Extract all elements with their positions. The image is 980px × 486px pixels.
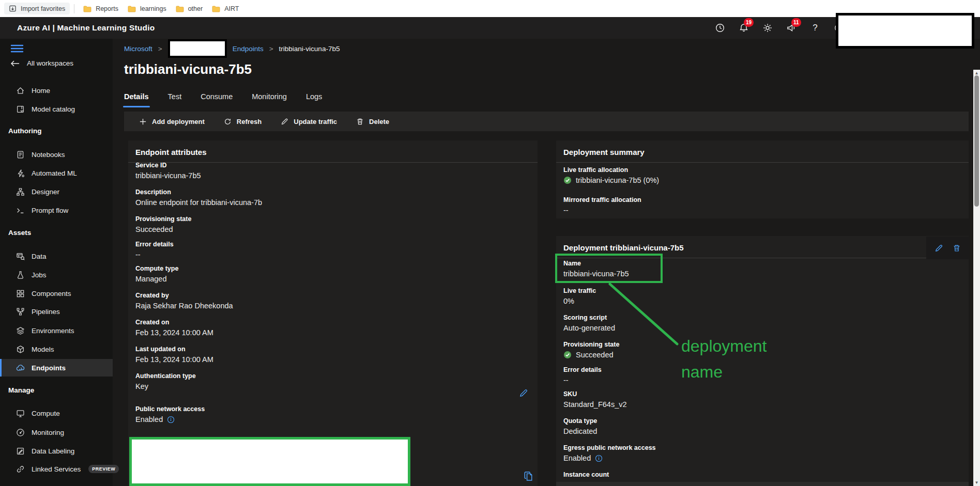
field-compute-type: Compute type Managed: [135, 265, 178, 283]
import-favorites-button[interactable]: Import favorites: [4, 3, 70, 14]
notifications-bell-icon[interactable]: 19: [738, 22, 749, 34]
field-mirrored-traffic-allocation: Mirrored traffic allocation --: [563, 196, 641, 214]
field-value: Key: [135, 382, 148, 390]
field-label: Last updated on: [135, 346, 213, 353]
sidebar-item-compute[interactable]: Compute: [0, 404, 113, 422]
sidebar-item-components[interactable]: Components: [0, 285, 113, 302]
field-value: Raja Sekhar Rao Dheekonda: [135, 302, 233, 310]
sidebar-item-designer[interactable]: Designer: [0, 183, 113, 200]
redacted-region: [168, 39, 227, 58]
sidebar-item-data-labeling[interactable]: Data Labeling: [0, 442, 113, 460]
tab-test[interactable]: Test: [168, 92, 182, 107]
field-label: Error details: [135, 241, 174, 248]
info-icon[interactable]: [167, 416, 175, 424]
all-workspaces-back[interactable]: All workspaces: [10, 59, 73, 67]
import-favorites-icon: [9, 5, 17, 12]
field-label: Created on: [135, 319, 213, 326]
help-icon[interactable]: ?: [809, 22, 821, 34]
bookmark-folder-reports[interactable]: Reports: [79, 3, 123, 14]
update-traffic-button[interactable]: Update traffic: [281, 118, 337, 126]
sidebar-item-jobs[interactable]: Jobs: [0, 266, 113, 284]
edit-deployment-pencil-icon[interactable]: [935, 244, 943, 253]
horizontal-scrollbar-track[interactable]: [556, 482, 969, 486]
sidebar-item-linked-services[interactable]: Linked Services PREVIEW: [0, 460, 113, 478]
sidebar-item-pipelines[interactable]: Pipelines: [0, 303, 113, 320]
sidebar-item-label: Automated ML: [32, 169, 77, 177]
add-deployment-button[interactable]: Add deployment: [139, 118, 205, 126]
environments-icon: [16, 326, 25, 335]
sidebar-item-data[interactable]: Data: [0, 247, 113, 265]
tab-monitoring[interactable]: Monitoring: [252, 92, 287, 107]
designer-icon: [16, 187, 25, 196]
sidebar-item-monitoring[interactable]: Monitoring: [0, 424, 113, 441]
field-provisioning-state: Provisioning state Succeeded: [135, 215, 191, 233]
field-label: Egress public network access: [563, 444, 656, 451]
field-error-details: Error details --: [135, 241, 174, 259]
field-value: Managed: [135, 275, 166, 283]
endpoints-cloud-icon: [16, 364, 25, 372]
field-label: Live traffic allocation: [563, 166, 659, 174]
field-label: Quota type: [563, 417, 597, 425]
scrollbar-up-arrow[interactable]: ▲: [973, 71, 980, 75]
browser-bookmarks-bar: Import favorites Reports learnings other…: [0, 0, 980, 17]
settings-gear-icon[interactable]: [762, 22, 773, 34]
tab-details[interactable]: Details: [124, 92, 149, 107]
chevron-right-icon: >: [158, 45, 162, 53]
sidebar-item-model-catalog[interactable]: Model catalog: [0, 100, 113, 118]
sidebar-item-label: Environments: [32, 327, 74, 335]
deployment-card-actions: [926, 237, 969, 259]
breadcrumb-endpoints-link[interactable]: Endpoints: [233, 45, 264, 53]
scrollbar-down-arrow[interactable]: ▼: [973, 480, 980, 485]
delete-deployment-trash-icon[interactable]: [953, 244, 961, 253]
preview-badge: PREVIEW: [88, 465, 119, 473]
sidebar-item-label: Data: [32, 253, 47, 260]
annotation-text: deployment name: [681, 333, 767, 385]
announcements-megaphone-icon[interactable]: 11: [786, 22, 797, 34]
sidebar-item-label: Models: [32, 346, 54, 353]
sidebar-item-label: Endpoints: [32, 364, 66, 372]
bookmark-folder-learnings[interactable]: learnings: [123, 3, 171, 14]
field-value: --: [563, 376, 569, 384]
all-workspaces-label: All workspaces: [27, 59, 73, 67]
tab-consume[interactable]: Consume: [201, 92, 233, 107]
field-label: Mirrored traffic allocation: [563, 196, 641, 203]
sidebar-item-notebooks[interactable]: Notebooks: [0, 146, 113, 163]
sidebar-item-automated-ml[interactable]: Automated ML: [0, 164, 113, 182]
scrollbar-thumb[interactable]: [974, 75, 979, 207]
clock-icon[interactable]: [714, 22, 726, 34]
header-icon-row: 19 11 ?: [714, 17, 845, 39]
prompt-flow-icon: [16, 206, 25, 215]
components-icon: [16, 289, 25, 298]
card-title: Endpoint attributes: [128, 140, 538, 163]
refresh-button[interactable]: Refresh: [224, 118, 262, 126]
breadcrumb-microsoft-link[interactable]: Microsoft: [124, 45, 152, 53]
info-icon[interactable]: [595, 454, 603, 462]
field-service-id: Service ID tribbiani-vicuna-7b5: [135, 162, 201, 180]
sidebar-item-prompt-flow[interactable]: Prompt flow: [0, 201, 113, 219]
endpoint-attributes-card: Endpoint attributes Service ID tribbiani…: [128, 140, 538, 486]
vertical-scrollbar[interactable]: ▲ ▼: [973, 70, 980, 486]
sidebar-item-models[interactable]: Models: [0, 340, 113, 358]
home-icon: [16, 86, 25, 95]
data-icon: [16, 252, 25, 261]
sidebar-item-environments[interactable]: Environments: [0, 322, 113, 339]
sidebar-item-label: Linked Services: [32, 465, 81, 473]
delete-button[interactable]: Delete: [356, 118, 389, 126]
hamburger-menu-icon[interactable]: [10, 43, 24, 54]
field-value: Feb 13, 2024 10:00 AM: [135, 328, 213, 337]
bookmark-folder-airt[interactable]: AIRT: [207, 3, 243, 14]
field-value: Enabled: [563, 454, 591, 462]
copy-icon[interactable]: [523, 471, 533, 482]
tab-logs[interactable]: Logs: [306, 92, 322, 107]
bookmark-folder-other[interactable]: other: [171, 3, 208, 14]
field-value: Enabled: [135, 415, 163, 424]
chevron-right-icon: >: [269, 45, 273, 53]
add-deployment-label: Add deployment: [152, 118, 205, 126]
edit-authentication-pencil-icon[interactable]: [519, 388, 528, 398]
folder-icon: [212, 5, 220, 12]
sidebar-item-endpoints[interactable]: Endpoints: [0, 359, 113, 377]
field-label: Error details: [563, 366, 602, 373]
field-created-by: Created by Raja Sekhar Rao Dheekonda: [135, 292, 233, 310]
sidebar-item-home[interactable]: Home: [0, 82, 113, 99]
field-label: SKU: [563, 390, 627, 398]
